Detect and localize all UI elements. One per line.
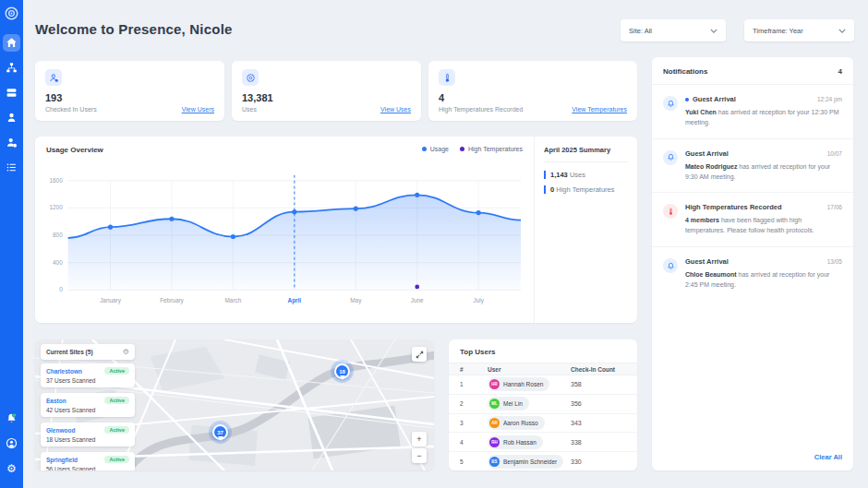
svg-text:May: May bbox=[350, 297, 362, 304]
user-pill[interactable]: BSBenjamin Schneider bbox=[488, 455, 563, 469]
user-pill[interactable]: RHRob Hassan bbox=[488, 435, 543, 449]
check-in-count: 343 bbox=[571, 420, 626, 426]
site-card-charlestown[interactable]: CharlestownActive 37 Users Scanned bbox=[41, 363, 135, 387]
sidebar-notifications-button[interactable] bbox=[3, 410, 20, 427]
status-badge: Active bbox=[104, 456, 129, 463]
stat-label: Uses bbox=[242, 106, 257, 113]
user-pill[interactable]: HRHannah Rosen bbox=[488, 377, 549, 391]
timeframe-filter-dropdown[interactable]: Timeframe: Year bbox=[744, 19, 854, 42]
stat-value: 13,381 bbox=[242, 92, 273, 103]
table-row[interactable]: 2 MLMei Lin 356 bbox=[449, 395, 637, 414]
user-pill[interactable]: ARAaron Russo bbox=[488, 416, 545, 430]
check-in-count: 330 bbox=[571, 458, 626, 465]
site-filter-value: Site: All bbox=[629, 27, 652, 35]
user-check-icon bbox=[45, 69, 62, 86]
sites-settings-gear-icon[interactable]: ⚙ bbox=[123, 349, 129, 356]
thermometer-icon bbox=[663, 204, 678, 219]
notification-item[interactable]: Guest Arrival 12:24 pm Yuki Chen has arr… bbox=[652, 85, 853, 139]
gear-icon: ⚙ bbox=[6, 463, 17, 474]
clear-all-link[interactable]: Clear All bbox=[814, 453, 842, 461]
user-add-icon bbox=[6, 137, 18, 149]
avatar: ML bbox=[489, 399, 500, 409]
status-badge: Active bbox=[104, 397, 129, 404]
map-zoom-in-button[interactable]: + bbox=[412, 432, 427, 446]
avatar: RH bbox=[489, 437, 500, 447]
svg-text:April: April bbox=[288, 297, 302, 304]
hierarchy-icon bbox=[6, 62, 18, 74]
notifications-panel: Notifications 4 Guest Arrival 12:24 pm Y… bbox=[652, 57, 853, 470]
avatar: BS bbox=[489, 457, 500, 467]
stat-card-uses: 13,381 Uses View Uses bbox=[232, 61, 421, 121]
svg-text:February: February bbox=[160, 297, 184, 304]
site-card-springfield[interactable]: SpringfieldActive 56 Users Scanned bbox=[41, 452, 135, 470]
app-logo-icon bbox=[4, 6, 19, 21]
notification-item[interactable]: Guest Arrival 13/05 Chloe Beaumont has a… bbox=[652, 247, 853, 301]
stat-value: 193 bbox=[45, 92, 62, 103]
view-uses-link[interactable]: View Uses bbox=[380, 106, 411, 113]
check-in-count: 358 bbox=[571, 381, 626, 387]
bell-icon bbox=[663, 258, 678, 273]
sidebar-item-cards[interactable] bbox=[3, 84, 20, 101]
site-card-easton[interactable]: EastonActive 42 Users Scanned bbox=[41, 393, 135, 417]
rank: 4 bbox=[460, 439, 488, 446]
check-in-count: 356 bbox=[571, 400, 626, 407]
rank: 1 bbox=[460, 381, 488, 387]
user-pill[interactable]: MLMei Lin bbox=[488, 397, 529, 411]
stat-label: Checked In Users bbox=[45, 106, 97, 113]
bell-badge-icon bbox=[6, 412, 18, 424]
table-row[interactable]: 4 RHRob Hassan 338 bbox=[449, 433, 637, 452]
table-header: # User Check-In Count bbox=[449, 363, 637, 375]
usage-overview-panel: Usage Overview Usage High Temperatures 0… bbox=[35, 137, 637, 323]
site-filter-dropdown[interactable]: Site: All bbox=[621, 19, 726, 42]
notification-text: 4 members have been flagged with high te… bbox=[685, 216, 842, 236]
svg-text:0: 0 bbox=[59, 286, 63, 292]
notification-text: Chloe Beaumont has arrived at reception … bbox=[685, 270, 842, 291]
table-row[interactable]: 3 ARAaron Russo 343 bbox=[449, 414, 637, 434]
map-expand-button[interactable] bbox=[412, 347, 427, 362]
chevron-down-icon bbox=[838, 29, 846, 33]
notifications-count-badge: 4 bbox=[838, 67, 842, 76]
usage-line-chart[interactable]: 040080012001600JanuaryFebruaryMarchApril… bbox=[41, 161, 524, 317]
sidebar: ⚙ bbox=[0, 0, 23, 488]
notification-item[interactable]: Guest Arrival 10/07 Mateo Rodriguez has … bbox=[652, 139, 853, 194]
cards-icon bbox=[6, 87, 18, 99]
stat-label: High Temperatures Recorded bbox=[439, 106, 523, 113]
map-marker-37[interactable]: 37 bbox=[212, 424, 228, 440]
sidebar-item-users[interactable] bbox=[3, 109, 20, 126]
top-users-panel: Top Users # User Check-In Count 1 HRHann… bbox=[449, 339, 637, 470]
table-row[interactable]: 5 BSBenjamin Schneider 330 bbox=[449, 452, 637, 470]
legend-dot bbox=[422, 147, 427, 151]
svg-text:1600: 1600 bbox=[49, 177, 63, 184]
view-users-link[interactable]: View Users bbox=[182, 106, 214, 113]
sidebar-item-sites[interactable] bbox=[3, 59, 20, 77]
sidebar-item-add-user[interactable] bbox=[3, 134, 20, 151]
timeframe-filter-value: Timeframe: Year bbox=[753, 27, 803, 35]
map-marker-18[interactable]: 18 bbox=[334, 363, 350, 379]
legend-high-temperatures: High Temperatures bbox=[460, 146, 523, 152]
sidebar-account-button[interactable] bbox=[3, 434, 20, 452]
rank: 5 bbox=[460, 458, 488, 465]
top-users-title: Top Users bbox=[449, 339, 637, 363]
view-temperatures-link[interactable]: View Temperatures bbox=[572, 106, 627, 113]
site-card-glenwood[interactable]: GlenwoodActive 18 Users Scanned bbox=[41, 423, 135, 446]
notification-text: Yuki Chen has arrived at reception for y… bbox=[685, 108, 842, 128]
svg-text:March: March bbox=[225, 297, 242, 304]
user-circle-icon bbox=[6, 437, 18, 449]
divider bbox=[544, 161, 628, 162]
svg-text:June: June bbox=[411, 297, 424, 304]
status-badge: Active bbox=[104, 426, 129, 434]
legend-dot bbox=[460, 147, 464, 151]
month-summary-panel: April 2025 Summary 1,143 Uses 0 High Tem… bbox=[534, 137, 637, 323]
table-row[interactable]: 1 HRHannah Rosen 358 bbox=[449, 375, 637, 395]
notification-item[interactable]: High Temperatures Recorded 17/06 4 membe… bbox=[652, 193, 853, 247]
sidebar-settings-button[interactable]: ⚙ bbox=[3, 459, 20, 477]
page-title: Welcome to Presence, Nicole bbox=[35, 21, 233, 37]
summary-title: April 2025 Summary bbox=[544, 146, 628, 154]
current-sites-header: Current Sites (5) ⚙ bbox=[41, 344, 135, 360]
sidebar-item-home[interactable] bbox=[3, 34, 20, 52]
notifications-header: Notifications 4 bbox=[652, 57, 853, 85]
uses-gear-icon bbox=[242, 69, 259, 86]
map-zoom-out-button[interactable]: − bbox=[412, 448, 427, 463]
sidebar-item-logs[interactable] bbox=[3, 159, 20, 176]
avatar: AR bbox=[489, 418, 500, 428]
